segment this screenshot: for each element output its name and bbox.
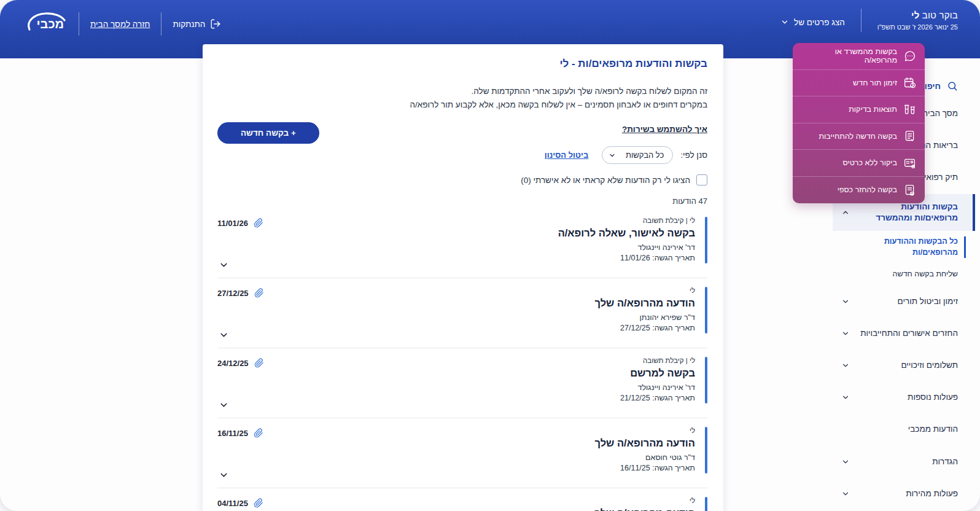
- message-meta: 16/11/25: [217, 428, 263, 438]
- paperclip-icon: [254, 288, 264, 298]
- new-request-button[interactable]: + בקשה חדשה: [217, 122, 319, 144]
- quick-item-visit-without-card[interactable]: ביקור ללא כרטיס: [793, 150, 925, 177]
- quick-item-label: זימון תור חדש: [853, 79, 897, 87]
- quick-item-label: בקשה להחזר כספי: [838, 185, 897, 194]
- sidebar-item-more-actions[interactable]: פעולות נוספות: [833, 381, 975, 413]
- message-title: בקשה לאישור, שאלה לרופא/ה: [217, 227, 695, 239]
- greeting-text: בוקר טוב לי: [877, 10, 958, 20]
- sidebar-item-maccabi-messages[interactable]: הודעות ממכבי: [833, 413, 975, 445]
- sidebar-item-payments[interactable]: תשלומים וזיכויים: [833, 349, 975, 381]
- message-doctor: ד"ר שפירא יהונתן: [217, 313, 695, 322]
- message-list-item[interactable]: לי הודעה מהרופא/ה שלך 04/11/25: [217, 488, 707, 511]
- unread-only-checkbox[interactable]: [696, 174, 707, 185]
- chevron-down-icon: [841, 393, 850, 402]
- logout-label: התנתקות: [173, 20, 205, 29]
- description-line: במקרים דחופים או לאבחון תסמינים – אין לש…: [217, 98, 707, 112]
- expand-chevron-icon[interactable]: [219, 470, 229, 480]
- sidebar-item-settings[interactable]: הגדרות: [833, 446, 975, 478]
- sidebar-subitem-label: כל הבקשות וההודעות מהרופאים/ות: [874, 236, 966, 258]
- header-divider: [161, 12, 161, 36]
- refund-document-icon: [903, 184, 916, 197]
- message-date: 24/12/25: [217, 359, 249, 368]
- sidebar-item-label: החזרים אישורים והתחייבויות: [860, 328, 958, 339]
- quick-item-label: בקשות מהמשרד או מהרופא/ה: [801, 47, 897, 64]
- message-status: לי: [217, 427, 695, 434]
- message-doctor: ד"ר גוטי חוסאם: [217, 453, 695, 462]
- search-icon: [947, 80, 958, 92]
- sidebar-item-label: פעולות נוספות: [908, 392, 958, 403]
- sidebar-item-quick-actions[interactable]: פעולות מהירות: [833, 478, 975, 510]
- expand-chevron-icon[interactable]: [219, 400, 229, 410]
- message-doctor: דר' אירינה ויינגולד: [217, 383, 695, 392]
- filter-label: סנן לפי:: [680, 150, 707, 160]
- id-card-icon: [903, 157, 916, 170]
- page-title: בקשות והודעות מרופאים/ות - לי: [217, 58, 707, 70]
- quick-item-label: תוצאות בדיקות: [849, 105, 897, 114]
- chevron-down-icon: [609, 152, 616, 159]
- chat-bubble-icon: [903, 50, 916, 63]
- message-meta: 27/12/25: [217, 288, 264, 298]
- paperclip-icon: [254, 218, 263, 228]
- quick-item-office-requests[interactable]: בקשות מהמשרד או מהרופא/ה: [793, 43, 925, 70]
- member-name: לי: [911, 10, 920, 20]
- back-home-link[interactable]: חזרה למסך הבית: [90, 20, 150, 29]
- test-tubes-icon: [903, 103, 916, 116]
- sidebar-item-refunds-approvals[interactable]: החזרים אישורים והתחייבויות: [833, 318, 975, 349]
- filter-selected-value: כל הבקשות: [626, 150, 664, 160]
- message-status: לי: [217, 497, 695, 504]
- message-title: בקשה למרשם: [217, 367, 695, 379]
- message-details: לי | קיבלת תשובה בקשה למרשם דר' אירינה ו…: [217, 357, 695, 402]
- paperclip-icon: [254, 358, 264, 368]
- sidebar-subitem-send-new-request[interactable]: שליחת בקשה חדשה: [833, 263, 975, 286]
- commitment-document-icon: [903, 130, 916, 142]
- message-list-item[interactable]: לי | קיבלת תשובה בקשה למרשם דר' אירינה ו…: [217, 348, 707, 418]
- sidebar-item-appointments[interactable]: זימון וביטול תורים: [833, 286, 975, 318]
- sidebar-item-label: זימון וביטול תורים: [898, 296, 958, 307]
- message-title: הודעה מהרופא/ה שלך: [217, 507, 695, 511]
- quick-actions-menu: בקשות מהמשרד או מהרופא/ה זימון תור חדש ת…: [793, 43, 925, 203]
- message-submitted-date: תאריך הגשה: 27/12/25: [217, 324, 695, 332]
- message-status: לי: [217, 287, 695, 294]
- message-date: 16/11/25: [217, 429, 248, 438]
- sidebar-item-label: תשלומים וזיכויים: [901, 360, 958, 371]
- message-meta: 11/01/26: [217, 218, 263, 228]
- sidebar-subitem-all-requests[interactable]: כל הבקשות וההודעות מהרופאים/ות: [833, 231, 975, 263]
- message-list-item[interactable]: לי הודעה מהרופא/ה שלך ד"ר גוטי חוסאם תאר…: [217, 418, 707, 488]
- greeting-block: בוקר טוב לי 25 ינואר 2026 ז' שבט תשפ"ו: [877, 10, 958, 31]
- calendar-clock-icon: [903, 76, 916, 89]
- expand-chevron-icon[interactable]: [219, 260, 229, 270]
- paperclip-icon: [254, 428, 263, 438]
- quick-item-test-results[interactable]: תוצאות בדיקות: [793, 96, 925, 123]
- quick-item-new-commitment[interactable]: בקשה חדשה להתחייבות: [793, 123, 925, 150]
- paperclip-icon: [254, 498, 263, 508]
- message-status: לי | קיבלת תשובה: [217, 217, 695, 224]
- unread-status-bar: [705, 217, 707, 263]
- header-actions-group: התנתקות חזרה למסך הבית מכבי: [18, 11, 221, 37]
- logo-text: מכבי: [37, 17, 64, 31]
- message-details: לי הודעה מהרופא/ה שלך ד"ר שפירא יהונתן ת…: [217, 287, 695, 332]
- show-details-label: הצג פרטים של: [794, 18, 845, 27]
- header-user-group: בוקר טוב לי 25 ינואר 2026 ז' שבט תשפ"ו ה…: [780, 9, 958, 32]
- sidebar-item-label: הודעות ממכבי: [908, 424, 958, 435]
- sidebar-item-label: הגדרות: [932, 456, 958, 467]
- quick-item-new-appointment[interactable]: זימון תור חדש: [793, 70, 925, 97]
- clear-filter-link[interactable]: ביטול הסינון: [545, 150, 588, 160]
- chevron-down-icon: [841, 490, 850, 498]
- message-list-item[interactable]: לי הודעה מהרופא/ה שלך ד"ר שפירא יהונתן ת…: [217, 278, 707, 348]
- expand-chevron-icon[interactable]: [219, 330, 229, 340]
- quick-item-refund-request[interactable]: בקשה להחזר כספי: [793, 177, 925, 204]
- chevron-down-icon: [841, 297, 850, 306]
- filter-dropdown[interactable]: כל הבקשות: [602, 146, 673, 164]
- maccabi-logo[interactable]: מכבי: [25, 11, 68, 37]
- logout-icon: [210, 18, 221, 29]
- logout-button[interactable]: התנתקות: [173, 18, 221, 29]
- unread-status-bar: [705, 497, 707, 511]
- unread-status-bar: [705, 287, 707, 334]
- sidebar-item-label: מסך הבית: [922, 108, 958, 119]
- message-list-item[interactable]: לי | קיבלת תשובה בקשה לאישור, שאלה לרופא…: [217, 208, 707, 278]
- message-meta: 04/11/25: [217, 498, 263, 508]
- quick-item-label: בקשה חדשה להתחייבות: [819, 132, 897, 141]
- show-details-dropdown[interactable]: הצג פרטים של: [780, 18, 845, 27]
- unread-status-bar: [705, 357, 707, 404]
- how-to-use-link[interactable]: איך להשתמש בשירות?: [622, 125, 707, 134]
